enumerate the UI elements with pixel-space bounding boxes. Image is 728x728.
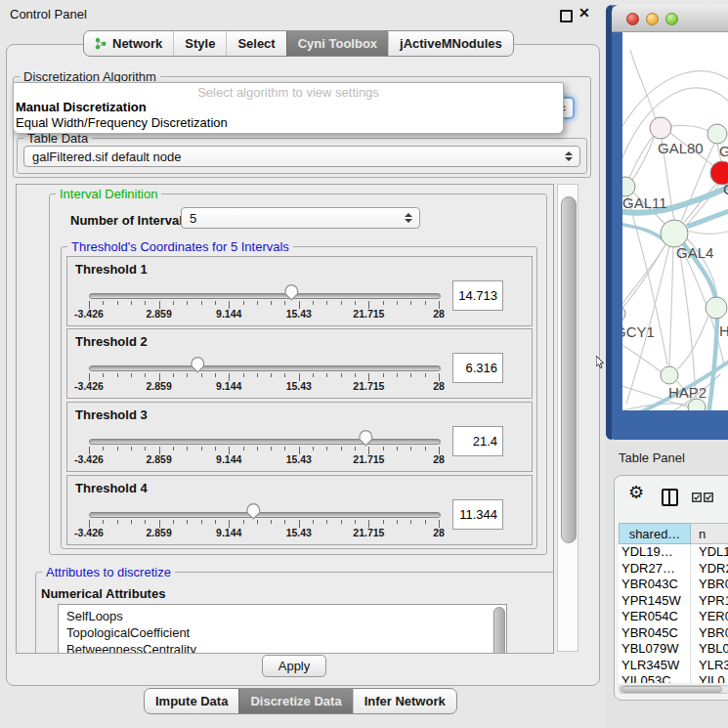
table-row[interactable]: YBL079WYBL0 [619, 641, 728, 658]
slider-tick [173, 447, 174, 450]
slider-tick [173, 520, 174, 524]
close-icon[interactable]: ✕ [578, 5, 590, 21]
slider-tick-label: -3.426 [74, 527, 104, 538]
close-traffic-light-icon[interactable] [626, 13, 639, 25]
network-node-label: GAL11 [622, 194, 667, 211]
tab-discretize-data[interactable]: Discretize Data [238, 689, 352, 713]
table-row[interactable]: YBR043CYBR0 [619, 577, 728, 593]
table-row[interactable]: YER054CYER0 [619, 609, 728, 625]
network-edge [631, 136, 655, 181]
tab-jactivemnodules[interactable]: jActiveMNodules [388, 31, 513, 56]
float-window-icon[interactable] [560, 10, 573, 22]
slider-tick-label: 9.144 [216, 308, 241, 320]
table-row[interactable]: YIL053CYIL0 [619, 673, 728, 683]
network-node-h[interactable] [706, 297, 727, 319]
settings-scroll-viewport: Interval Definition Number of Intervals … [16, 184, 554, 654]
slider-tick [383, 373, 384, 377]
slider-tick [257, 301, 258, 305]
table-row[interactable]: YLR345WYLR3 [619, 658, 728, 674]
network-edge [629, 135, 655, 178]
dropdown-option-manual-discretization[interactable]: Manual Discretization [14, 100, 563, 115]
slider-tick [173, 373, 174, 377]
tab-style[interactable]: Style [173, 31, 226, 56]
slider-tick [341, 373, 342, 377]
threshold-value-field[interactable]: 21.4 [452, 426, 503, 456]
tab-label: Network [112, 36, 162, 51]
network-node-hap2[interactable] [661, 366, 678, 384]
network-edge [622, 224, 665, 241]
numerical-attributes-list[interactable]: SelfLoopsTopologicalCoefficientBetweenne… [58, 604, 507, 654]
threshold-value-field[interactable]: 11.344 [452, 499, 503, 530]
slider-tick [425, 301, 426, 305]
tab-cyni-toolbox[interactable]: Cyni Toolbox [286, 31, 388, 56]
gear-icon[interactable]: ⚙ [628, 484, 644, 501]
slider-thumb[interactable] [190, 356, 206, 374]
attribute-item-selfloops[interactable]: SelfLoops [59, 608, 506, 624]
slider-tick-label: 15.43 [286, 527, 312, 538]
slider-track[interactable] [89, 512, 441, 518]
slider-tick [397, 447, 398, 450]
horizontal-scrollbar-track[interactable] [619, 685, 728, 694]
table-body: YDL19…YDL1YDR27…YDR2YBR043CYBR0YPR145WYP… [619, 544, 728, 683]
columns-icon[interactable] [662, 489, 678, 506]
network-node-g[interactable] [707, 124, 727, 144]
slider-tick [410, 301, 411, 305]
network-node-gal11[interactable] [622, 177, 635, 196]
slider-tick-label: 15.43 [286, 308, 312, 320]
apply-button[interactable]: Apply [262, 655, 326, 677]
threshold-value-field[interactable]: 6.316 [452, 353, 503, 383]
slider-track[interactable] [89, 365, 441, 371]
table-data-value: galFiltered.sif default node [32, 150, 181, 164]
slider-tick [131, 520, 132, 524]
screen: Control Panel ✕ NetworkStyleSelectCyni T… [0, 0, 728, 728]
threshold-value-field[interactable]: 14.713 [452, 280, 503, 311]
table-row[interactable]: YDL19…YDL1 [619, 544, 728, 561]
slider-tick [326, 520, 327, 524]
network-edge [669, 247, 673, 366]
slider-tick [410, 447, 411, 450]
slider-tick-label: 21.715 [353, 527, 384, 538]
slider-tick [187, 447, 188, 450]
attribute-item-betweennesscentrality[interactable]: BetweennessCentrality [59, 641, 506, 654]
slider-track[interactable] [89, 439, 441, 445]
slider-tick-label: 21.715 [353, 380, 384, 392]
table-row[interactable]: YBR045CYBR0 [619, 625, 728, 642]
network-node-gcy1[interactable] [622, 306, 625, 321]
table-cell: YDL19… [619, 544, 691, 561]
table-row[interactable]: YPR145WYPR1 [619, 593, 728, 610]
slider-thumb[interactable] [245, 502, 262, 521]
minimize-traffic-light-icon[interactable] [646, 13, 659, 25]
table-row[interactable]: YDR27…YDR2 [619, 561, 728, 578]
slider-tick [103, 447, 104, 450]
column-header-n[interactable]: n [691, 523, 728, 544]
horizontal-scrollbar-thumb[interactable] [621, 686, 722, 693]
network-canvas[interactable]: GAL80GCGAL11GAL4GCY1HHAP2 [622, 32, 728, 410]
number-of-intervals-label: Number of Intervals [70, 213, 190, 228]
slider-tick [131, 447, 132, 450]
zoom-traffic-light-icon[interactable] [665, 13, 678, 25]
column-header-shared[interactable]: shared… [619, 523, 691, 544]
attribute-item-topologicalcoefficient[interactable]: TopologicalCoefficient [59, 624, 506, 641]
panel-scrollbar-thumb[interactable] [561, 196, 577, 543]
tab-infer-network[interactable]: Infer Network [353, 689, 456, 713]
network-graph: GAL80GCGAL11GAL4GCY1HHAP2 [622, 32, 728, 410]
slider-tick [201, 301, 202, 305]
slider-tick [355, 301, 356, 305]
dropdown-option-equal-width-frequency-discretization[interactable]: Equal Width/Frequency Discretization [14, 115, 563, 131]
number-of-intervals-combobox[interactable]: 5 [181, 207, 420, 229]
slider-tick-label: 15.43 [286, 380, 312, 392]
network-node-gal4[interactable] [661, 220, 688, 247]
tab-impute-data[interactable]: Impute Data [145, 689, 238, 713]
tab-network[interactable]: Network [84, 31, 173, 56]
slider-tick [215, 301, 216, 305]
slider-thumb[interactable] [358, 429, 374, 448]
network-node-gal80[interactable] [650, 117, 671, 139]
list-scrollbar[interactable] [492, 607, 504, 654]
slider-track[interactable] [89, 293, 441, 299]
slider-thumb[interactable] [283, 283, 300, 302]
panel-scrollbar-track[interactable] [557, 184, 578, 652]
table-data-combobox[interactable]: galFiltered.sif default node [23, 146, 580, 167]
select-columns-icons[interactable] [692, 492, 713, 502]
interval-definition-title: Interval Definition [56, 187, 161, 201]
tab-select[interactable]: Select [226, 31, 285, 56]
